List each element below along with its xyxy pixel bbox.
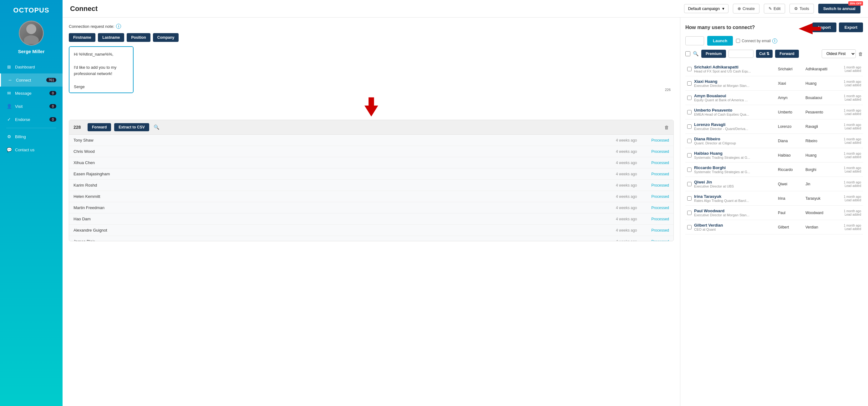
contact-lastname: Ribeiro [805, 139, 834, 143]
contact-firstname: Xiaxi [778, 81, 803, 86]
premium-filter-button[interactable]: Premium [701, 50, 726, 58]
contact-name: Haibiao Huang [694, 151, 775, 156]
info-icon[interactable]: i [116, 24, 121, 29]
sidebar-item-message[interactable]: ✉ Message 0 [0, 87, 63, 100]
contact-date-line1: 1 month ago [836, 181, 861, 184]
contact-checkbox[interactable] [687, 81, 691, 86]
create-button[interactable]: ⊕ Create [733, 4, 760, 13]
contact-checkbox[interactable] [687, 196, 691, 201]
contact-checkbox[interactable] [687, 110, 691, 114]
contact-checkbox[interactable] [687, 125, 691, 129]
svg-marker-3 [799, 23, 821, 34]
contact-checkbox[interactable] [687, 182, 691, 186]
contact-lastname: Jin [805, 182, 834, 186]
queue-item-name: James Blair [73, 239, 613, 241]
forward-filter-button[interactable]: Forward [775, 50, 799, 58]
filter-row: 🔍 Premium Cut ⇅ Forward Oldest First New… [685, 49, 863, 58]
page-title: Connect [70, 5, 98, 13]
connect-email-checkbox[interactable] [736, 39, 740, 43]
sidebar-item-visit[interactable]: 👤 Visit 0 [0, 100, 63, 113]
right-panel: How many users to connect? Import Export… [680, 18, 868, 406]
campaign-selector[interactable]: Default campaign ▾ [684, 4, 728, 13]
tools-button[interactable]: ⚙ Tools [789, 4, 813, 13]
contact-date: 1 month ago Lead added [836, 181, 861, 188]
contact-date-line2: Lead added [836, 170, 861, 173]
contact-checkbox[interactable] [687, 67, 691, 71]
contact-date-line1: 1 month ago [836, 137, 861, 141]
lastname-tag-button[interactable]: Lastname [98, 33, 124, 42]
contact-lastname: Huang [805, 81, 834, 86]
queue-search-icon[interactable]: 🔍 [154, 125, 159, 130]
sidebar-item-billing[interactable]: ⚙ Billing [0, 130, 63, 143]
cut-button[interactable]: Cut ⇅ [756, 50, 773, 58]
sort-select[interactable]: Oldest First Newest First [822, 49, 856, 58]
firstname-tag-button[interactable]: Firstname [69, 33, 95, 42]
contact-checkbox[interactable] [687, 153, 691, 158]
contact-checkbox[interactable] [687, 96, 691, 100]
message-badge: 0 [50, 91, 56, 95]
contact-date: 1 month ago Lead added [836, 166, 861, 173]
extract-csv-button[interactable]: Extract to CSV [114, 123, 149, 131]
users-count-input[interactable] [685, 36, 704, 45]
edit-button[interactable]: ✎ Edit [764, 4, 785, 13]
contact-title: Rates Algo Trading Quant at Barcl... [694, 199, 775, 203]
cut-label: Cut [759, 52, 766, 56]
topbar-right: Default campaign ▾ ⊕ Create ✎ Edit ⚙ Too… [684, 4, 861, 13]
billing-icon: ⚙ [6, 134, 12, 139]
queue-item-status: Processed [647, 239, 669, 241]
sidebar-item-dashboard[interactable]: ⊞ Dashboard [0, 60, 63, 73]
contact-lastname: Boualaoui [805, 96, 834, 100]
contact-title: Executive Director at UBS [694, 184, 775, 188]
filter-search-icon[interactable]: 🔍 [693, 51, 699, 57]
endorse-icon: ✓ [6, 116, 12, 122]
select-all-checkbox[interactable] [685, 51, 690, 56]
contact-date-line1: 1 month ago [836, 195, 861, 199]
contact-date-line2: Lead added [836, 98, 861, 101]
contact-name: Paul Woodward [694, 208, 775, 213]
contact-title: Executive Director - Quant/Deriva... [694, 127, 775, 131]
contact-list-item: Amyn Boualaoui Equity Quant at Bank of A… [685, 91, 863, 105]
queue-list-item: Tony Shaw 4 weeks ago Processed [69, 135, 674, 146]
sidebar-item-contact-us[interactable]: 💬 Contact us [0, 143, 63, 156]
avatar-image [20, 22, 43, 45]
contact-info: Amyn Boualaoui Equity Quant at Bank of A… [694, 94, 775, 102]
svg-marker-2 [364, 97, 378, 116]
svg-point-0 [26, 24, 36, 34]
sidebar-item-endorse[interactable]: ✓ Endorse 0 [0, 113, 63, 126]
contact-list-item: Gilbert Verdian CEO at Quant Gilbert Ver… [685, 220, 863, 234]
contact-date-line2: Lead added [836, 69, 861, 72]
queue-list-item: Easen Rajasingham 4 weeks ago Processed [69, 168, 674, 180]
contact-checkbox[interactable] [687, 225, 691, 229]
contact-checkbox[interactable] [687, 211, 691, 215]
contact-checkbox[interactable] [687, 139, 691, 143]
contact-checkbox[interactable] [687, 168, 691, 172]
campaign-label: Default campaign [688, 6, 720, 11]
contact-date-line1: 1 month ago [836, 66, 861, 69]
contact-title: Equity Quant at Bank of America ... [694, 98, 775, 102]
contact-date-line2: Lead added [836, 127, 861, 130]
company-tag-button[interactable]: Company [153, 33, 179, 42]
filter-text-input[interactable] [728, 50, 753, 58]
queue-item-name: Martin Freedman [73, 205, 613, 210]
contact-title: CEO at Quant [694, 228, 775, 231]
queue-item-status: Processed [647, 194, 669, 199]
message-textarea[interactable]: Hi %%first_name%%, I'd like to add you t… [69, 46, 133, 93]
gear-icon: ⚙ [794, 6, 798, 11]
sidebar: OCTOPUS Serge Miller ⊞ Dashboard ↔ Conne… [0, 0, 63, 406]
queue-item-name: Alexandre Guignot [73, 228, 613, 233]
forward-button[interactable]: Forward [88, 123, 111, 131]
sidebar-label-connect: Connect [16, 78, 43, 82]
sidebar-item-connect[interactable]: ↔ Connect 761 [0, 73, 63, 87]
contacts-delete-icon[interactable]: 🗑 [858, 51, 863, 57]
email-info-icon[interactable]: i [772, 38, 777, 43]
contact-name: Gilbert Verdian [694, 223, 775, 228]
switch-annual-button[interactable]: Switch to annual 35% OFF [818, 4, 861, 13]
launch-button[interactable]: Launch [707, 36, 733, 46]
export-button[interactable]: Export [839, 23, 863, 32]
queue-item-name: Helen Kemmitt [73, 194, 613, 199]
queue-delete-icon[interactable]: 🗑 [664, 125, 669, 130]
position-tag-button[interactable]: Position [127, 33, 150, 42]
app-logo: OCTOPUS [13, 6, 49, 14]
contact-date-line2: Lead added [836, 141, 861, 144]
username-label: Serge Miller [18, 49, 44, 54]
